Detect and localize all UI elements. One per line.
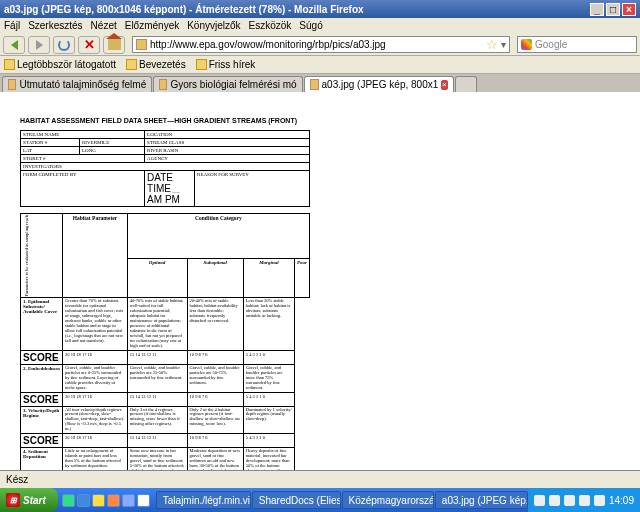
- document-image: HABITAT ASSESSMENT FIELD DATA SHEET—HIGH…: [20, 117, 310, 470]
- page-favicon-icon: [136, 39, 147, 50]
- search-placeholder: Google: [535, 39, 567, 50]
- bookmark-intro[interactable]: Bevezetés: [126, 59, 186, 70]
- status-bar: Kész: [0, 470, 640, 488]
- ql-icon[interactable]: [137, 494, 150, 507]
- stop-button[interactable]: ✕: [78, 36, 100, 54]
- status-text: Kész: [6, 474, 28, 485]
- tab-2[interactable]: Gyors biológiai felmérési módszer prot..…: [153, 76, 303, 92]
- taskbar-task[interactable]: Középmagyarországi...: [342, 491, 434, 509]
- tab-new[interactable]: [455, 76, 477, 92]
- bookmark-star-icon[interactable]: ☆: [486, 37, 498, 52]
- window-controls: _ □ ×: [590, 3, 636, 16]
- arrow-right-icon: [36, 40, 43, 50]
- menu-file[interactable]: Fájl: [4, 18, 20, 34]
- maximize-button[interactable]: □: [606, 3, 620, 16]
- tray-icon[interactable]: [564, 495, 575, 506]
- menu-help[interactable]: Súgó: [299, 18, 322, 34]
- start-button[interactable]: ⊞ Start: [0, 488, 58, 512]
- ql-icon[interactable]: [107, 494, 120, 507]
- menu-edit[interactable]: Szerkesztés: [28, 18, 82, 34]
- tray-icon[interactable]: [549, 495, 560, 506]
- folder-icon: [4, 59, 15, 70]
- menu-tools[interactable]: Eszközök: [249, 18, 292, 34]
- menu-bar: Fájl Szerkesztés Nézet Előzmények Könyvj…: [0, 18, 640, 34]
- search-input[interactable]: Google: [517, 36, 637, 53]
- window-title: a03.jpg (JPEG kép, 800x1046 képpont) - Á…: [4, 4, 364, 15]
- tab-favicon-icon: [159, 79, 167, 90]
- tab-1[interactable]: Útmutató talajminőség felméréséhez r...: [2, 76, 152, 92]
- quick-launch: [62, 494, 150, 507]
- window-titlebar: a03.jpg (JPEG kép, 800x1046 képpont) - Á…: [0, 0, 640, 18]
- tray-icon[interactable]: [594, 495, 605, 506]
- url-text: http://www.epa.gov/owow/monitoring/rbp/p…: [150, 37, 483, 52]
- system-tray: 14:09: [528, 488, 640, 512]
- reload-button[interactable]: [53, 36, 75, 54]
- taskbar: ⊞ Start Talajmin./légf.min.vissz...Share…: [0, 488, 640, 512]
- minimize-button[interactable]: _: [590, 3, 604, 16]
- tab-strip: Útmutató talajminőség felméréséhez r... …: [0, 74, 640, 92]
- arrow-left-icon: [11, 40, 18, 50]
- doc-title: HABITAT ASSESSMENT FIELD DATA SHEET—HIGH…: [20, 117, 310, 124]
- menu-history[interactable]: Előzmények: [125, 18, 179, 34]
- forward-button: [28, 36, 50, 54]
- tray-icon[interactable]: [579, 495, 590, 506]
- back-button[interactable]: [3, 36, 25, 54]
- taskbar-tasks: Talajmin./légf.min.vissz...SharedDocs (E…: [156, 491, 528, 509]
- reload-icon: [58, 39, 70, 51]
- folder-icon: [126, 59, 137, 70]
- url-input[interactable]: http://www.epa.gov/owow/monitoring/rbp/p…: [132, 36, 510, 53]
- dropdown-icon[interactable]: ▾: [501, 37, 506, 52]
- home-button[interactable]: [103, 36, 125, 54]
- ql-icon[interactable]: [122, 494, 135, 507]
- tab-close-icon[interactable]: ×: [441, 80, 448, 90]
- bookmark-news[interactable]: Friss hírek: [196, 59, 256, 70]
- taskbar-task[interactable]: Talajmin./légf.min.vissz...: [156, 491, 251, 509]
- tab-favicon-icon: [310, 79, 319, 90]
- menu-bookmarks[interactable]: Könyvjelzők: [187, 18, 240, 34]
- ql-icon[interactable]: [62, 494, 75, 507]
- bookmark-most-visited[interactable]: Legtöbbször látogatott: [4, 59, 116, 70]
- tab-3[interactable]: a03.jpg (JPEG kép, 800x1046 kép...×: [304, 76, 454, 92]
- page-content: HABITAT ASSESSMENT FIELD DATA SHEET—HIGH…: [0, 92, 640, 470]
- clock[interactable]: 14:09: [609, 495, 634, 506]
- nav-toolbar: ✕ http://www.epa.gov/owow/monitoring/rbp…: [0, 34, 640, 56]
- google-icon: [521, 39, 532, 50]
- folder-icon: [196, 59, 207, 70]
- windows-logo-icon: ⊞: [6, 493, 20, 507]
- taskbar-task[interactable]: a03.jpg (JPEG kép, 8...: [435, 491, 528, 509]
- ql-icon[interactable]: [92, 494, 105, 507]
- tray-icon[interactable]: [534, 495, 545, 506]
- bookmarks-bar: Legtöbbször látogatott Bevezetés Friss h…: [0, 56, 640, 74]
- stop-icon: ✕: [84, 37, 95, 52]
- close-button[interactable]: ×: [622, 3, 636, 16]
- home-icon: [108, 39, 121, 50]
- main-table: Parameters to be evaluated in sampling r…: [20, 213, 310, 470]
- tab-favicon-icon: [8, 79, 16, 90]
- menu-view[interactable]: Nézet: [91, 18, 117, 34]
- ql-icon[interactable]: [77, 494, 90, 507]
- header-table: STREAM NAMELOCATION STATION #RIVERMILEST…: [20, 130, 310, 207]
- taskbar-task[interactable]: SharedDocs (Eliesen): [252, 491, 341, 509]
